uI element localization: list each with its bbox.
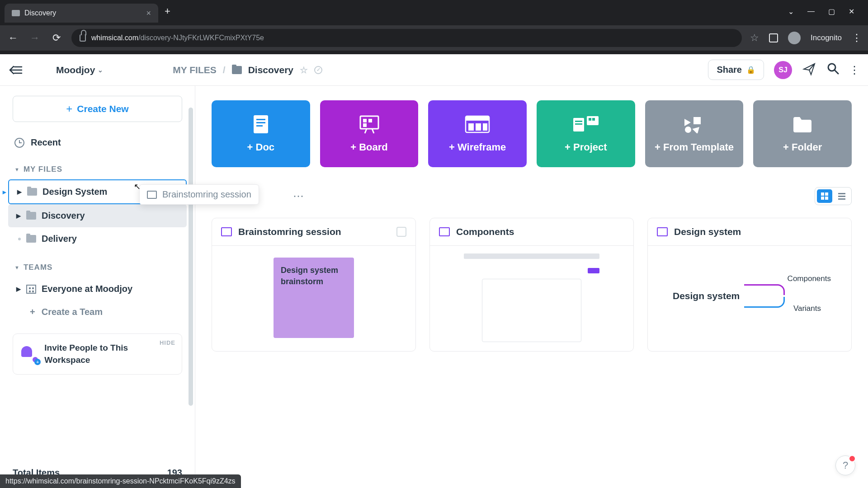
folder-icon <box>12 10 20 16</box>
team-label: Everyone at Moodjoy <box>42 284 132 294</box>
forward-button[interactable]: → <box>28 32 42 44</box>
tile-board[interactable]: + Board <box>320 100 419 167</box>
wireframe-icon <box>465 114 490 134</box>
address-bar-right: ☆ Incognito ⋮ <box>750 32 862 44</box>
svg-rect-27 <box>821 192 824 196</box>
card-design-system[interactable]: Design system Design system Components V… <box>647 218 852 352</box>
svg-rect-21 <box>589 118 591 121</box>
svg-rect-28 <box>825 192 828 196</box>
svg-rect-15 <box>476 123 481 131</box>
svg-rect-4 <box>256 122 265 123</box>
tile-template[interactable]: + From Template <box>645 100 744 167</box>
svg-point-25 <box>685 127 691 133</box>
tile-label: + Wireframe <box>449 141 506 153</box>
maximize-icon[interactable]: ▢ <box>828 7 835 16</box>
close-icon[interactable]: × <box>146 9 151 18</box>
svg-rect-13 <box>466 116 489 121</box>
tile-folder[interactable]: + Folder <box>753 100 852 167</box>
header-actions: Share 🔒 SJ ⋮ <box>708 60 860 80</box>
mindmap-center: Design system <box>673 291 740 301</box>
sidebar-item-recent[interactable]: Recent <box>8 133 187 152</box>
invite-card[interactable]: HIDE + Invite People to This Workspace <box>13 333 182 375</box>
tile-doc[interactable]: + Doc <box>212 100 310 167</box>
bookmark-icon[interactable]: ☆ <box>750 32 759 44</box>
chevron-down-icon[interactable]: ⌄ <box>788 7 794 16</box>
more-options-icon[interactable]: ⋯ <box>293 190 304 202</box>
chevron-right-icon[interactable]: ▶ <box>17 188 22 195</box>
collapse-sidebar-button[interactable] <box>8 65 23 75</box>
reload-button[interactable]: ⟳ <box>50 32 63 44</box>
search-icon[interactable] <box>826 62 839 78</box>
sidebar: + Create New Recent ▼ MY FILES ▶ Design … <box>0 86 195 488</box>
url-text: whimsical.com/discovery-NJtyFKrLWKFCmixP… <box>91 34 264 42</box>
workspace-name: Moodjoy <box>56 65 95 75</box>
svg-rect-7 <box>363 119 367 122</box>
invite-text: Invite People to This Workspace <box>44 342 174 366</box>
chevron-down-icon: ⌄ <box>98 66 103 74</box>
app-header: Moodjoy ⌄ MY FILES / Discovery ☆ ✓ Share… <box>0 54 868 86</box>
grid-view-button[interactable] <box>817 189 832 203</box>
close-window-icon[interactable]: ✕ <box>849 7 854 16</box>
avatar[interactable]: SJ <box>774 61 792 79</box>
folder-label: Discovery <box>42 211 85 221</box>
card-title: Design system <box>674 226 741 237</box>
board-icon <box>439 227 450 236</box>
chevron-down-icon: ▼ <box>14 265 20 270</box>
breadcrumb-root[interactable]: MY FILES <box>173 65 216 75</box>
browser-tab[interactable]: Discovery × <box>5 4 158 23</box>
hide-button[interactable]: HIDE <box>160 339 175 346</box>
checkbox[interactable] <box>396 227 406 237</box>
svg-rect-14 <box>468 123 474 131</box>
app-menu-icon[interactable]: ⋮ <box>849 64 860 76</box>
card-components[interactable]: Components <box>429 218 634 352</box>
create-team-button[interactable]: + Create a Team <box>8 300 187 324</box>
card-brainstorming[interactable]: Brainstomring session Design system brai… <box>212 218 416 352</box>
svg-rect-18 <box>575 121 582 122</box>
bullet-icon <box>18 238 21 240</box>
create-new-button[interactable]: + Create New <box>13 96 182 122</box>
board-icon <box>221 227 232 236</box>
send-icon[interactable] <box>802 62 816 78</box>
card-preview: Design system Components Variants <box>648 246 851 350</box>
breadcrumb-current: Discovery <box>248 65 293 75</box>
tile-label: + Folder <box>783 141 822 153</box>
lock-icon <box>80 34 86 42</box>
tile-label: + From Template <box>655 141 734 153</box>
folder-icon <box>792 114 813 134</box>
favorite-icon[interactable]: ☆ <box>300 65 308 75</box>
team-icon <box>26 285 36 294</box>
share-button[interactable]: Share 🔒 <box>708 60 764 80</box>
list-view-button[interactable] <box>834 189 849 203</box>
folder-icon <box>26 235 36 243</box>
check-icon[interactable]: ✓ <box>314 66 322 74</box>
tile-label: + Project <box>565 141 607 153</box>
browser-menu-icon[interactable]: ⋮ <box>852 32 862 44</box>
recent-label: Recent <box>31 137 61 148</box>
doc-icon <box>253 114 269 134</box>
chevron-right-icon[interactable]: ▶ <box>16 286 21 292</box>
url-field[interactable]: whimsical.com/discovery-NJtyFKrLWKFCmixP… <box>71 29 742 47</box>
scrollbar[interactable] <box>189 108 193 406</box>
address-bar: ← → ⟳ whimsical.com/discovery-NJtyFKrLWK… <box>0 25 868 51</box>
project-icon <box>571 114 600 134</box>
help-button[interactable]: ? <box>835 455 855 475</box>
sidebar-team-everyone[interactable]: ▶ Everyone at Moodjoy <box>8 277 187 300</box>
svg-rect-3 <box>256 119 265 120</box>
card-header: Brainstomring session <box>212 218 415 246</box>
section-header-teams[interactable]: ▼ TEAMS <box>8 250 187 277</box>
folder-label: Design System <box>42 187 107 197</box>
sidebar-folder-discovery[interactable]: ▶ Discovery <box>8 204 187 227</box>
extensions-icon[interactable] <box>769 33 778 42</box>
tile-project[interactable]: + Project <box>537 100 635 167</box>
workspace-dropdown[interactable]: Moodjoy ⌄ <box>56 65 103 75</box>
card-preview <box>430 246 633 350</box>
incognito-label: Incognito <box>811 33 842 42</box>
chevron-right-icon[interactable]: ▶ <box>16 212 21 219</box>
minimize-icon[interactable]: — <box>807 7 815 16</box>
back-button[interactable]: ← <box>6 32 20 44</box>
section-header-my-files[interactable]: ▼ MY FILES <box>8 152 187 179</box>
clock-icon <box>14 138 24 148</box>
new-tab-button[interactable]: + <box>165 5 170 17</box>
sidebar-folder-delivery[interactable]: Delivery <box>8 227 187 250</box>
tile-wireframe[interactable]: + Wireframe <box>428 100 527 167</box>
